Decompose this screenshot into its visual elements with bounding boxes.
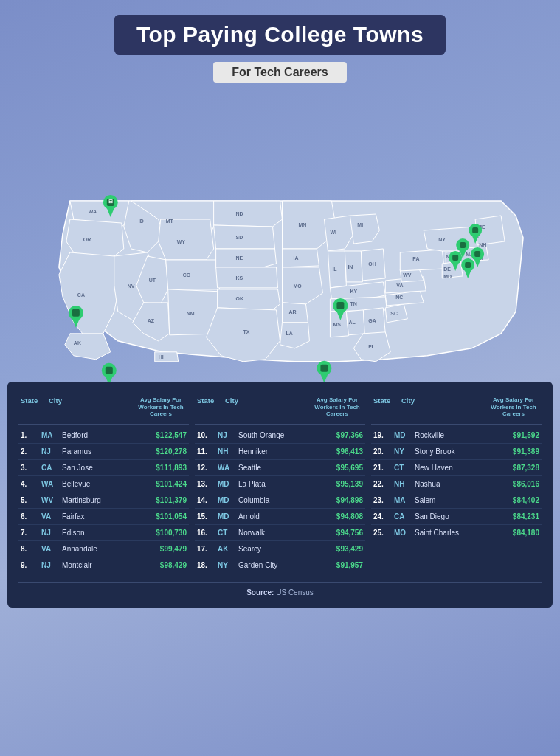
- cell-salary: $95,695: [315, 464, 363, 472]
- state-ia: [282, 249, 319, 267]
- table-row: 19.MDRockville$91,592: [371, 427, 542, 444]
- pin-ar: [317, 361, 331, 382]
- cell-city: Henniker: [238, 447, 315, 456]
- cell-city: Saint Charles: [415, 529, 491, 537]
- cell-city: New Haven: [415, 464, 491, 472]
- svg-text:MN: MN: [298, 222, 306, 227]
- cell-city: Fairfax: [62, 512, 139, 520]
- cell-city: San Jose: [62, 464, 139, 472]
- svg-text:ID: ID: [139, 219, 144, 224]
- cell-rank: 1.: [21, 431, 41, 439]
- col-header-salary: Avg Salary For Workers In Tech Careers: [135, 396, 187, 418]
- svg-text:AK: AK: [74, 340, 81, 346]
- svg-text:HI: HI: [159, 354, 164, 360]
- cell-rank: 24.: [373, 512, 394, 520]
- cell-salary: $96,413: [315, 447, 363, 456]
- table-row: 23.MASalem$84,402: [371, 492, 542, 509]
- cell-city: Edison: [62, 529, 139, 537]
- table-row: 11.NHHenniker$96,413: [195, 444, 365, 460]
- state-ok: [218, 289, 280, 310]
- cell-salary: $87,328: [491, 464, 539, 472]
- cell-salary: $84,180: [491, 529, 539, 537]
- svg-text:MT: MT: [166, 219, 174, 224]
- cell-salary: $94,808: [315, 512, 363, 520]
- cell-rank: 17.: [197, 545, 218, 553]
- cell-salary: $120,278: [139, 447, 187, 456]
- cell-city: Salem: [415, 496, 491, 504]
- svg-text:TN: TN: [350, 301, 356, 306]
- svg-rect-68: [472, 227, 478, 233]
- svg-text:⊟: ⊟: [108, 199, 113, 204]
- source-label: Source:: [246, 588, 274, 597]
- table-grid: StateCityAvg Salary For Workers In Tech …: [18, 393, 542, 573]
- cell-rank: 4.: [21, 480, 41, 488]
- cell-salary: $101,424: [139, 480, 187, 488]
- data-table-section: StateCityAvg Salary For Workers In Tech …: [7, 382, 553, 608]
- state-il: [328, 251, 346, 288]
- table-row: 1.MABedford$122,547: [18, 427, 189, 444]
- table-row: 17.AKSearcy$93,429: [195, 541, 365, 557]
- table-column-1: StateCityAvg Salary For Workers In Tech …: [18, 393, 189, 573]
- svg-marker-58: [106, 377, 113, 382]
- cell-salary: $111,893: [139, 464, 187, 472]
- pin-ca2: [102, 363, 117, 382]
- state-wy: [159, 219, 214, 260]
- table-header-row: StateCityAvg Salary For Workers In Tech …: [371, 393, 542, 425]
- cell-state: NJ: [41, 447, 62, 456]
- svg-rect-62: [336, 302, 344, 309]
- cell-salary: $91,389: [491, 447, 539, 456]
- svg-text:OH: OH: [368, 261, 376, 267]
- cell-rank: 13.: [197, 480, 218, 488]
- svg-text:FL: FL: [368, 344, 375, 349]
- svg-text:GA: GA: [368, 318, 376, 323]
- svg-text:UT: UT: [149, 278, 156, 283]
- cell-city: Annandale: [62, 545, 139, 553]
- svg-rect-77: [452, 255, 458, 261]
- table-row: 22.NHNashua$86,016: [371, 476, 542, 492]
- col-header-city: City: [401, 396, 488, 418]
- cell-salary: $84,402: [491, 496, 539, 504]
- cell-salary: $101,054: [139, 512, 187, 520]
- cell-city: Columbia: [238, 496, 315, 504]
- cell-rank: 21.: [373, 464, 394, 472]
- svg-text:WV: WV: [403, 272, 412, 278]
- table-row: 13.MDLa Plata$95,139: [195, 476, 365, 492]
- svg-text:AL: AL: [348, 320, 356, 325]
- svg-text:NE: NE: [236, 255, 243, 261]
- cell-rank: 9.: [21, 561, 41, 569]
- cell-rank: 23.: [373, 496, 394, 504]
- cell-salary: $86,016: [491, 480, 539, 488]
- cell-rank: 22.: [373, 480, 394, 488]
- svg-text:MD: MD: [443, 274, 452, 279]
- svg-text:WI: WI: [330, 230, 336, 235]
- svg-text:WY: WY: [177, 239, 186, 244]
- svg-text:TX: TX: [243, 329, 250, 334]
- cell-salary: $122,547: [139, 431, 187, 439]
- cell-city: South Orange: [238, 431, 315, 439]
- cell-rank: 5.: [21, 496, 41, 504]
- cell-rank: 11.: [197, 447, 218, 456]
- svg-text:OK: OK: [236, 296, 243, 301]
- col-header-state: State: [197, 396, 225, 418]
- cell-state: MD: [394, 431, 415, 439]
- cell-rank: 2.: [21, 447, 41, 456]
- cell-state: NH: [394, 480, 415, 488]
- table-row: 21.CTNew Haven$87,328: [371, 460, 542, 476]
- svg-rect-56: [72, 309, 80, 317]
- cell-state: VA: [41, 545, 62, 553]
- table-row: 10.NJSouth Orange$97,366: [195, 427, 365, 444]
- cell-salary: $100,730: [139, 529, 187, 537]
- svg-text:AZ: AZ: [148, 318, 155, 323]
- table-row: 14.MDColumbia$94,898: [195, 492, 365, 509]
- cell-rank: 25.: [373, 529, 394, 537]
- cell-salary: $95,139: [315, 480, 363, 488]
- cell-salary: $97,366: [315, 431, 363, 439]
- cell-state: MA: [41, 431, 62, 439]
- cell-city: Arnold: [238, 512, 315, 520]
- table-row: 3.CASan Jose$111,893: [18, 460, 189, 476]
- cell-state: NY: [394, 447, 415, 456]
- cell-state: NJ: [41, 529, 62, 537]
- cell-city: Martinsburg: [62, 496, 139, 504]
- svg-text:NY: NY: [438, 237, 446, 242]
- cell-state: MD: [218, 512, 238, 520]
